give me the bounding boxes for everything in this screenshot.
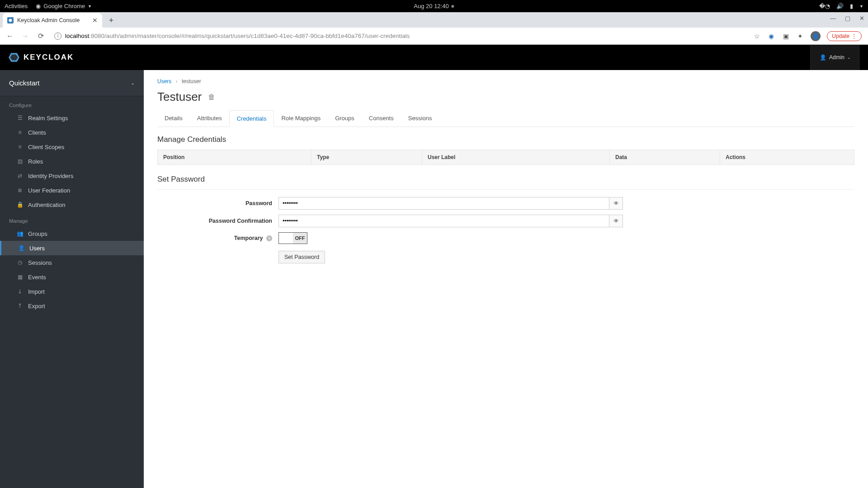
breadcrumb: Users › testuser	[157, 78, 854, 84]
chevron-down-icon: ⌄	[131, 81, 135, 85]
tab-attributes[interactable]: Attributes	[190, 110, 229, 127]
calendar-icon: ▦	[16, 274, 24, 280]
profile-avatar-icon[interactable]: 👤	[811, 31, 821, 41]
sidebar-item-users[interactable]: 👤Users	[0, 241, 144, 255]
volume-icon[interactable]: 🔊	[836, 3, 844, 9]
group-icon: 👥	[16, 230, 24, 237]
sidebar-item-authentication[interactable]: 🔒Authentication	[0, 197, 144, 212]
active-app-menu[interactable]: ◉ Google Chrome ▼	[36, 3, 92, 9]
forward-button: →	[19, 30, 32, 42]
sidebar-item-realm-settings[interactable]: ☰Realm Settings	[0, 111, 144, 125]
sidebar-item-user-federation[interactable]: ≣User Federation	[0, 183, 144, 197]
page-title: Testuser 🗑	[157, 90, 854, 104]
network-icon[interactable]: �◔	[819, 3, 830, 9]
extension-icon[interactable]: ▣	[782, 32, 790, 40]
sliders-icon: ☰	[16, 115, 24, 121]
col-type: Type	[311, 150, 422, 164]
file-icon: ▤	[16, 158, 24, 164]
kebab-icon: ⋮	[851, 33, 857, 39]
sidebar-item-export[interactable]: ⤒Export	[0, 299, 144, 313]
maximize-window-icon[interactable]: ▢	[845, 15, 850, 22]
url-path: :8080/auth/admin/master/console/#/realms…	[89, 33, 410, 39]
clock-icon: ◷	[16, 259, 24, 266]
database-icon: ≣	[16, 187, 24, 193]
sidebar-item-label: Identity Providers	[17, 173, 73, 179]
col-position: Position	[158, 150, 311, 164]
password-confirmation-input[interactable]	[278, 215, 609, 227]
keycloak-logo[interactable]: KEYCLOAK	[8, 52, 74, 63]
minimize-window-icon[interactable]: —	[830, 15, 836, 22]
tab-details[interactable]: Details	[157, 110, 190, 127]
close-window-icon[interactable]: ✕	[859, 15, 864, 22]
chevron-down-icon: ⌄	[847, 55, 851, 60]
chrome-icon: ◉	[36, 3, 41, 9]
sidebar-item-sessions[interactable]: ◷Sessions	[0, 255, 144, 270]
back-button[interactable]: ←	[4, 30, 16, 42]
page-title-text: Testuser	[157, 90, 202, 104]
tab-credentials[interactable]: Credentials	[229, 110, 274, 127]
tab-title: Keycloak Admin Console	[17, 17, 80, 23]
site-info-icon[interactable]: i	[54, 33, 61, 40]
battery-icon[interactable]: ▮	[850, 3, 853, 9]
realm-selector[interactable]: Quickstart ⌄	[0, 70, 144, 96]
toggle-confirm-visibility-button[interactable]: 👁	[609, 215, 623, 227]
sidebar-item-label: Realm Settings	[17, 115, 68, 122]
tab-role-mappings[interactable]: Role Mappings	[274, 110, 328, 127]
lock-icon: 🔒	[16, 202, 24, 208]
keycloak-logo-text: KEYCLOAK	[24, 53, 74, 62]
user-icon: 👤	[18, 245, 25, 251]
sidebar-item-label: User Federation	[17, 187, 70, 194]
datetime-label: Aug 20 12:40	[414, 3, 448, 9]
keycloak-header: KEYCLOAK 👤 Admin ⌄	[0, 45, 868, 70]
help-icon[interactable]: ?	[266, 235, 272, 241]
chevron-down-icon[interactable]: ▼	[859, 4, 863, 9]
new-tab-button[interactable]: +	[105, 14, 118, 27]
reload-button[interactable]: ⟳	[34, 30, 47, 42]
sidebar-item-import[interactable]: ⤓Import	[0, 284, 144, 299]
sidebar-item-identity-providers[interactable]: ⇄Identity Providers	[0, 169, 144, 183]
password-input[interactable]	[278, 197, 609, 210]
sidebar-item-label: Authentication	[17, 202, 65, 208]
list-icon: ≡	[16, 144, 24, 150]
bookmark-star-icon[interactable]: ☆	[753, 32, 761, 40]
set-password-heading: Set Password	[157, 175, 854, 184]
sidebar-item-events[interactable]: ▦Events	[0, 270, 144, 284]
clock[interactable]: Aug 20 12:40	[414, 3, 454, 9]
temporary-toggle[interactable]: OFF	[278, 232, 307, 244]
activities-button[interactable]: Activities	[5, 3, 28, 9]
sidebar-item-groups[interactable]: 👥Groups	[0, 226, 144, 241]
close-tab-icon[interactable]: ✕	[92, 17, 98, 24]
col-user-label: User Label	[422, 150, 610, 164]
tab-sessions[interactable]: Sessions	[401, 110, 439, 127]
import-icon: ⤓	[16, 288, 24, 295]
chevron-down-icon: ▼	[88, 4, 92, 9]
sidebar-item-client-scopes[interactable]: ≡Client Scopes	[0, 140, 144, 154]
chrome-tab-strip: ⬢ Keycloak Admin Console ✕ + — ▢ ✕	[0, 12, 868, 28]
breadcrumb-separator-icon: ›	[176, 78, 178, 84]
chrome-toolbar: ← → ⟳ i localhost:8080/auth/admin/master…	[0, 28, 868, 45]
user-menu[interactable]: 👤 Admin ⌄	[810, 45, 860, 70]
address-bar[interactable]: i localhost:8080/auth/admin/master/conso…	[50, 30, 750, 42]
update-button[interactable]: Update ⋮	[827, 31, 862, 41]
extensions-puzzle-icon[interactable]: ✦	[796, 32, 804, 40]
extension-icon[interactable]: ◉	[767, 32, 775, 40]
exchange-icon: ⇄	[16, 173, 24, 179]
breadcrumb-current: testuser	[182, 78, 201, 84]
tab-groups[interactable]: Groups	[328, 110, 362, 127]
browser-tab[interactable]: ⬢ Keycloak Admin Console ✕	[3, 13, 102, 28]
update-label: Update	[832, 33, 849, 39]
breadcrumb-parent-link[interactable]: Users	[157, 78, 171, 84]
user-icon: 👤	[820, 54, 826, 61]
password-label: Password	[157, 200, 278, 206]
set-password-button[interactable]: Set Password	[278, 251, 325, 263]
delete-user-button[interactable]: 🗑	[208, 93, 215, 101]
sidebar-section-manage: Manage	[0, 212, 144, 226]
sidebar-item-label: Client Scopes	[17, 144, 64, 150]
sidebar-item-roles[interactable]: ▤Roles	[0, 154, 144, 169]
toggle-password-visibility-button[interactable]: 👁	[609, 197, 623, 210]
col-actions: Actions	[720, 150, 854, 164]
notification-dot-icon	[452, 5, 454, 8]
sidebar-item-clients[interactable]: ≡Clients	[0, 125, 144, 140]
tab-consents[interactable]: Consents	[362, 110, 401, 127]
sidebar-section-configure: Configure	[0, 96, 144, 111]
